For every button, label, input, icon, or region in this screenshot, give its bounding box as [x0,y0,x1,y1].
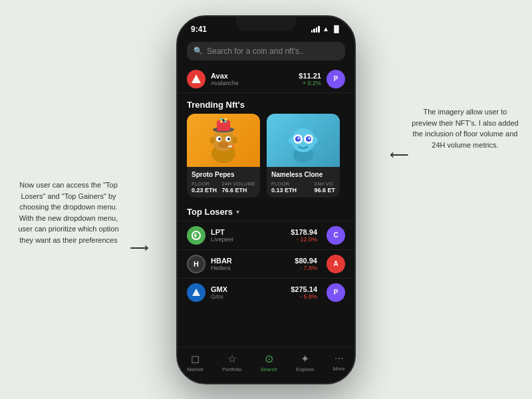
lpt-avatar [187,226,205,245]
search-icon: 🔍 [194,47,203,55]
phone-notch [236,17,296,31]
nft-image-nameless [267,114,340,167]
top-losers-header[interactable]: Top Losers ▾ [178,204,354,221]
lpt-price: $178.94 [291,228,317,236]
nft-volume-value-nameless: 96.6 ET [314,187,335,194]
nav-market[interactable]: ◻ Market [187,352,203,372]
hbar-avatar: H [187,255,205,273]
bottom-nav: ◻ Market ☆ Portfolio ⊙ Search ✦ Explore … [178,346,354,383]
search-label: Search [261,366,277,372]
svg-marker-21 [309,120,315,128]
hbar-name: Hedera [211,265,289,271]
nft-image-sproto [187,114,260,167]
nav-more[interactable]: ··· More [333,352,345,372]
svg-point-11 [227,138,230,140]
nft-volume-value-sproto: 76.6 ETH [221,187,255,194]
nft-card-sproto[interactable]: Sproto Pepes FLOOR 0.23 ETH 24H VOLUME 7… [187,114,260,198]
loser-row-gmx[interactable]: GMX Gmx $275.14 - 5.8% P [178,278,354,307]
svg-point-16 [232,137,237,144]
annotation-left: Now user can access the "Top Losers" and… [12,180,125,245]
gmx-info: GMX Gmx [211,285,285,300]
arrow-right-icon: ⟵ [390,146,409,162]
nft-metrics-nameless: FLOOR 0.13 ETH 24H VO 96.6 ET [271,181,335,194]
hbar-price: $80.94 [295,257,317,265]
hbar-info: HBAR Hedera [211,257,289,271]
nft-volume-label-sproto: 24H VOLUME [221,181,255,187]
nft-info-sproto: Sproto Pepes FLOOR 0.23 ETH 24H VOLUME 7… [187,167,260,198]
explore-icon: ✦ [301,352,309,365]
svg-point-26 [298,138,300,140]
nft-metrics-sproto: FLOOR 0.23 ETH 24H VOLUME 76.6 ETH [192,181,255,194]
more-icon: ··· [334,352,343,364]
avalanche-price: $11.21 [299,72,321,80]
phone-frame: 9:41 ▲ ▐▌ 🔍 Search for a coin and nft's.… [176,15,356,384]
status-icons: ▲ ▐▌ [311,25,341,33]
avalanche-extra-icon: P [327,70,345,88]
explore-label: Explore [296,366,314,372]
avalanche-coin-row[interactable]: Avax Avalanche $11.21 + 0.2% P [178,66,354,93]
nft-floor-value-sproto: 0.23 ETH [192,187,217,194]
svg-point-28 [289,137,294,144]
gmx-change: - 5.8% [300,293,317,300]
lpt-ticker: LPT [211,228,285,236]
top-losers-title: Top Losers [187,207,233,217]
nft-name-nameless: Nameless Clone [271,171,335,178]
lpt-info: LPT Livepeer [211,228,285,243]
market-icon: ◻ [191,352,200,365]
nft-volume-label-nameless: 24H VO [314,181,335,187]
svg-point-27 [309,138,311,140]
gmx-price-wrap: $275.14 - 5.8% [291,285,317,300]
loser-row-lpt[interactable]: LPT Livepeer $178.94 - 12.0% C [178,221,354,249]
nft-floor-value-nameless: 0.13 ETH [271,187,297,194]
nav-portfolio[interactable]: ☆ Portfolio [222,352,241,372]
search-bar[interactable]: 🔍 Search for a coin and nft's.. [187,42,345,61]
avalanche-info: Avax Avalanche [211,72,293,86]
gmx-price: $275.14 [291,285,317,293]
market-label: Market [187,366,203,372]
phone-screen: 9:41 ▲ ▐▌ 🔍 Search for a coin and nft's.… [178,17,354,383]
annotation-right: The imagery allow user to preview their … [410,106,520,150]
lpt-price-wrap: $178.94 - 12.0% [291,228,317,243]
svg-marker-20 [303,118,305,127]
avalanche-price-wrap: $11.21 + 0.2% [299,72,321,86]
nft-cards-container: Sproto Pepes FLOOR 0.23 ETH 24H VOLUME 7… [178,114,354,204]
nft-card-nameless[interactable]: Nameless Clone FLOOR 0.13 ETH 24H VO 96.… [267,114,340,198]
avalanche-avatar [187,70,205,88]
lpt-name: Livepeer [211,236,285,243]
lpt-extra-icon: C [327,226,345,245]
nft-floor-label-sproto: FLOOR [192,181,217,187]
hbar-change: - 7.8% [300,265,317,271]
svg-point-10 [218,138,221,140]
svg-marker-19 [292,120,297,128]
loser-row-hbar[interactable]: H HBAR Hedera $80.94 - 7.8% A [178,249,354,278]
svg-marker-0 [192,74,201,83]
portfolio-label: Portfolio [222,366,241,372]
avalanche-change: + 0.2% [299,80,321,86]
spacer [178,307,354,346]
nft-info-nameless: Nameless Clone FLOOR 0.13 ETH 24H VO 96.… [267,167,340,198]
gmx-avatar [187,283,205,302]
arrow-left-icon: ⟶ [130,239,149,255]
search-placeholder: Search for a coin and nft's.. [207,47,304,56]
svg-rect-13 [232,145,234,148]
svg-marker-31 [192,289,200,296]
dropdown-arrow-icon: ▾ [236,208,239,215]
trending-nfts-header: Trending Nft's [178,93,354,114]
svg-point-29 [313,137,318,144]
svg-point-14 [218,142,229,148]
hbar-extra-icon: A [327,255,345,273]
svg-point-15 [209,137,215,144]
battery-icon: ▐▌ [332,25,341,33]
avalanche-subname: Avalanche [211,80,293,86]
nav-search[interactable]: ⊙ Search [261,352,277,372]
status-time: 9:41 [191,25,207,34]
gmx-name: Gmx [211,293,285,300]
hbar-price-wrap: $80.94 - 7.8% [295,257,317,271]
signal-icon [311,26,320,33]
wifi-icon: ▲ [323,25,329,33]
nav-explore[interactable]: ✦ Explore [296,352,314,372]
svg-rect-4 [217,120,230,131]
portfolio-icon: ☆ [227,352,237,365]
search-nav-icon: ⊙ [265,352,273,365]
svg-point-7 [222,119,225,122]
